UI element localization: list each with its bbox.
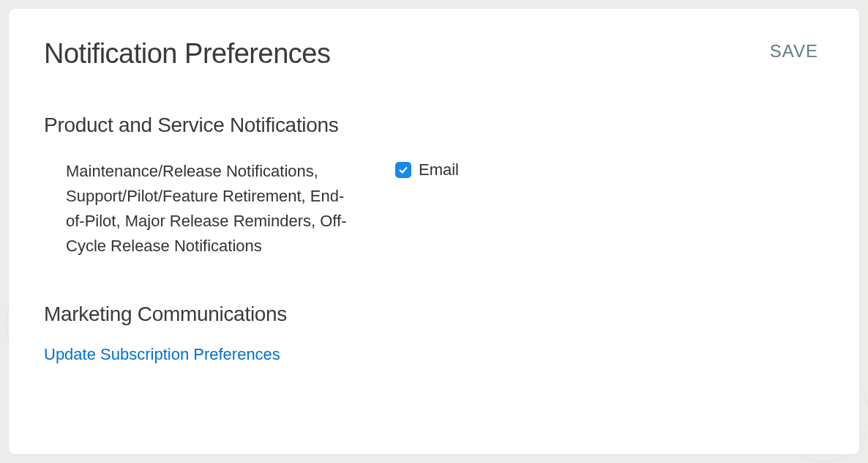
email-checkbox[interactable] — [395, 162, 411, 178]
preference-description: Maintenance/Release Notifications, Suppo… — [66, 159, 366, 259]
email-checkbox-wrap: Email — [395, 160, 459, 179]
product-notifications-section: Product and Service Notifications Mainte… — [44, 114, 824, 259]
page-title: Notification Preferences — [44, 38, 330, 70]
section-heading-product: Product and Service Notifications — [44, 114, 824, 137]
preference-row: Maintenance/Release Notifications, Suppo… — [44, 159, 824, 259]
save-button[interactable]: SAVE — [764, 38, 824, 64]
check-icon — [398, 165, 408, 175]
preferences-card: Notification Preferences SAVE Product an… — [9, 9, 859, 454]
section-heading-marketing: Marketing Communications — [44, 303, 824, 326]
email-checkbox-label: Email — [419, 160, 459, 179]
marketing-communications-section: Marketing Communications Update Subscrip… — [44, 303, 824, 364]
card-header: Notification Preferences SAVE — [44, 38, 824, 70]
update-subscription-link[interactable]: Update Subscription Preferences — [44, 345, 280, 363]
